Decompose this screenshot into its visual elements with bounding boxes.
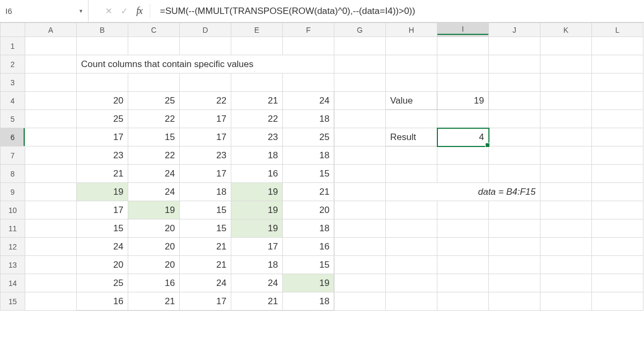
- cell[interactable]: 18: [283, 110, 334, 128]
- cell[interactable]: 15: [180, 201, 231, 219]
- cell[interactable]: [386, 274, 437, 292]
- cell[interactable]: [283, 37, 334, 55]
- cell[interactable]: 20: [128, 238, 180, 256]
- cell[interactable]: [334, 37, 386, 55]
- cell[interactable]: [592, 219, 643, 238]
- cell[interactable]: [592, 256, 643, 274]
- cell[interactable]: 19: [231, 219, 283, 238]
- cell[interactable]: [283, 74, 334, 92]
- cell[interactable]: [540, 55, 592, 74]
- cell[interactable]: 21: [180, 238, 231, 256]
- cell[interactable]: [231, 74, 283, 92]
- cell[interactable]: [540, 37, 592, 55]
- cell[interactable]: [489, 219, 540, 238]
- cell[interactable]: [437, 37, 489, 55]
- cell[interactable]: [540, 128, 592, 146]
- cell[interactable]: [77, 74, 128, 92]
- cell[interactable]: [334, 165, 386, 183]
- cell[interactable]: [592, 92, 643, 110]
- cell[interactable]: 21: [180, 256, 231, 274]
- row-header[interactable]: 15: [1, 292, 25, 311]
- row-header[interactable]: 13: [1, 256, 25, 274]
- cell[interactable]: [334, 110, 386, 128]
- cell[interactable]: [437, 165, 489, 183]
- cell[interactable]: 22: [180, 92, 231, 110]
- row-header[interactable]: 5: [1, 110, 25, 128]
- cell[interactable]: 18: [180, 183, 231, 201]
- cell[interactable]: [386, 201, 437, 219]
- cell[interactable]: [489, 92, 540, 110]
- cell[interactable]: 25: [128, 92, 180, 110]
- row-header[interactable]: 4: [1, 92, 25, 110]
- cell[interactable]: [25, 219, 77, 238]
- name-box[interactable]: I6 ▾: [0, 0, 89, 22]
- cell[interactable]: [489, 146, 540, 165]
- cell[interactable]: 15: [283, 256, 334, 274]
- cell[interactable]: 22: [128, 146, 180, 165]
- row-header[interactable]: 2: [1, 55, 25, 74]
- cell[interactable]: 21: [231, 292, 283, 311]
- cell[interactable]: [540, 183, 592, 201]
- col-header[interactable]: B: [77, 23, 128, 37]
- cell[interactable]: 16: [231, 165, 283, 183]
- row-header[interactable]: 7: [1, 146, 25, 165]
- cell[interactable]: [592, 55, 643, 74]
- chevron-down-icon[interactable]: ▾: [79, 8, 83, 14]
- cell[interactable]: [592, 146, 643, 165]
- cell[interactable]: 15: [283, 165, 334, 183]
- cell[interactable]: [334, 74, 386, 92]
- cell[interactable]: [592, 201, 643, 219]
- row-header[interactable]: 12: [1, 238, 25, 256]
- cell[interactable]: [437, 256, 489, 274]
- cell[interactable]: 24: [180, 274, 231, 292]
- cell[interactable]: [592, 274, 643, 292]
- cell[interactable]: [437, 292, 489, 311]
- cell[interactable]: [334, 201, 386, 219]
- cell[interactable]: [180, 74, 231, 92]
- cell[interactable]: [334, 238, 386, 256]
- cell[interactable]: [25, 256, 77, 274]
- cell[interactable]: [334, 128, 386, 146]
- cell[interactable]: [77, 37, 128, 55]
- cell[interactable]: [540, 238, 592, 256]
- cell[interactable]: [540, 292, 592, 311]
- row-header[interactable]: 10: [1, 201, 25, 219]
- cell[interactable]: [334, 292, 386, 311]
- col-header[interactable]: C: [128, 23, 180, 37]
- cell[interactable]: 15: [128, 128, 180, 146]
- cell[interactable]: 17: [180, 110, 231, 128]
- cell[interactable]: 21: [283, 183, 334, 201]
- cell[interactable]: [489, 110, 540, 128]
- cell[interactable]: [540, 219, 592, 238]
- cell[interactable]: [334, 274, 386, 292]
- cell[interactable]: [334, 146, 386, 165]
- cell[interactable]: 24: [283, 92, 334, 110]
- cell[interactable]: 23: [77, 146, 128, 165]
- cell[interactable]: [25, 110, 77, 128]
- range-note[interactable]: data = B4:F15: [386, 183, 540, 201]
- cell[interactable]: [334, 256, 386, 274]
- cell[interactable]: 22: [128, 110, 180, 128]
- cell[interactable]: [386, 146, 437, 165]
- cell[interactable]: [437, 238, 489, 256]
- cell[interactable]: [25, 165, 77, 183]
- col-header[interactable]: J: [489, 23, 540, 37]
- cell[interactable]: [540, 110, 592, 128]
- cell[interactable]: [489, 238, 540, 256]
- cell[interactable]: [25, 92, 77, 110]
- cell[interactable]: [489, 37, 540, 55]
- cell[interactable]: 23: [231, 128, 283, 146]
- cell[interactable]: [489, 165, 540, 183]
- cell[interactable]: 18: [283, 146, 334, 165]
- cell[interactable]: [592, 292, 643, 311]
- col-header[interactable]: G: [334, 23, 386, 37]
- col-header[interactable]: H: [386, 23, 437, 37]
- cell[interactable]: 19: [128, 201, 180, 219]
- col-header[interactable]: I: [437, 23, 489, 37]
- cell[interactable]: [25, 74, 77, 92]
- cell[interactable]: [437, 74, 489, 92]
- formula-input[interactable]: =SUM(--(MMULT(TRANSPOSE(ROW(data)^0),--(…: [153, 0, 644, 22]
- result-label[interactable]: Result: [386, 128, 437, 146]
- col-header[interactable]: K: [540, 23, 592, 37]
- cell[interactable]: [540, 256, 592, 274]
